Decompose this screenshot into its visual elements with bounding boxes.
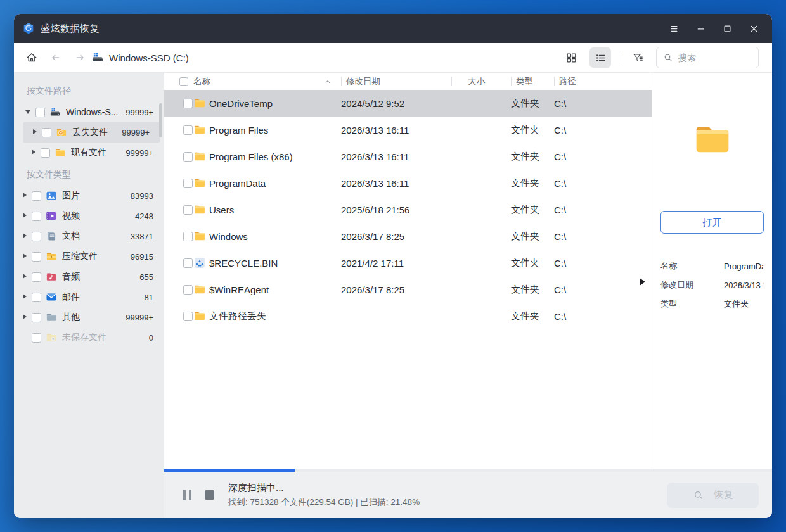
grid-view-button[interactable] [560, 48, 582, 68]
app-title: 盛炫数据恢复 [41, 23, 100, 35]
close-button[interactable] [740, 14, 767, 43]
expand-arrow-icon[interactable] [22, 314, 28, 320]
sidebar-item-windows-ssd[interactable]: Windows-S... 99999+ [14, 102, 164, 122]
row-checkbox[interactable] [183, 285, 193, 294]
expand-arrow-icon[interactable] [22, 213, 28, 219]
list-view-button[interactable] [590, 48, 611, 68]
checkbox[interactable] [42, 128, 51, 137]
search-input[interactable] [678, 53, 752, 63]
expand-arrow-icon[interactable] [22, 193, 28, 199]
sidebar-item-other[interactable]: 其他 99999+ [14, 307, 164, 327]
sidebar-item-mail[interactable]: 邮件 81 [14, 287, 164, 307]
file-row[interactable]: Program Files (x86) 2026/3/13 16:11 文件夹 … [164, 143, 652, 170]
checkbox[interactable] [32, 313, 41, 322]
checkbox[interactable] [32, 272, 41, 282]
file-row[interactable]: $WinREAgent 2026/3/17 8:25 文件夹 C:\ [164, 276, 652, 303]
document-type-icon [46, 231, 57, 242]
expand-arrow-icon[interactable] [22, 294, 28, 300]
folder-icon [193, 230, 206, 243]
column-name[interactable]: 名称 [193, 76, 210, 87]
drive-icon [91, 51, 104, 64]
sort-ascending-icon[interactable] [323, 77, 332, 86]
row-checkbox[interactable] [183, 258, 193, 268]
column-type[interactable]: 类型 [511, 73, 554, 90]
row-checkbox[interactable] [183, 152, 193, 162]
folder-icon [55, 147, 66, 158]
checkbox[interactable] [32, 191, 41, 201]
item-count: 99999+ [126, 313, 157, 322]
sidebar-item-documents[interactable]: 文档 33871 [14, 226, 164, 246]
checkbox[interactable] [32, 232, 41, 241]
checkbox[interactable] [32, 333, 41, 343]
collapse-arrow-icon[interactable] [25, 109, 32, 115]
recover-button[interactable]: 恢复 [667, 483, 759, 508]
checkbox[interactable] [35, 108, 45, 117]
item-count: 96915 [131, 252, 157, 262]
checkbox[interactable] [32, 252, 41, 262]
file-row[interactable]: Windows 2026/3/17 8:25 文件夹 C:\ [164, 223, 652, 250]
pause-button[interactable] [183, 490, 191, 500]
search-box[interactable] [656, 47, 759, 68]
detail-row: 名称 ProgramData [660, 256, 764, 276]
video-type-icon [46, 210, 57, 222]
expand-arrow-icon[interactable] [22, 274, 28, 280]
file-row[interactable]: Program Files 2026/3/13 16:11 文件夹 C:\ [164, 117, 652, 143]
sidebar-item-archives[interactable]: 压缩文件 96915 [14, 246, 164, 267]
sidebar-item-existing-files[interactable]: 现有文件 99999+ [14, 142, 164, 163]
checkbox[interactable] [41, 148, 50, 158]
item-label: 文档 [62, 231, 80, 242]
maximize-button[interactable] [714, 14, 740, 43]
checkbox[interactable] [32, 293, 41, 302]
file-row[interactable]: $RECYCLE.BIN 2021/4/2 17:11 文件夹 C:\ [164, 250, 652, 276]
sidebar: 按文件路径 Windows-S... 99999+ 丢失文件 99999+ 现有… [14, 73, 164, 518]
back-button[interactable] [49, 51, 62, 64]
sidebar-scrollbar[interactable] [159, 103, 162, 137]
menu-button[interactable] [660, 14, 687, 43]
no-arrow [22, 334, 28, 341]
detail-value: ProgramData [724, 262, 764, 271]
row-checkbox[interactable] [183, 232, 193, 241]
panel-collapse-arrow[interactable] [640, 278, 645, 286]
row-checkbox[interactable] [183, 99, 193, 108]
file-row[interactable]: Users 2025/6/18 21:56 文件夹 C:\ [164, 196, 652, 223]
home-button[interactable] [25, 51, 38, 64]
open-button[interactable]: 打开 [660, 211, 764, 234]
expand-arrow-icon[interactable] [30, 149, 37, 156]
expand-arrow-icon[interactable] [22, 233, 28, 239]
item-label: 邮件 [62, 291, 80, 303]
file-row[interactable]: 文件路径丢失 文件夹 C:\ [164, 303, 652, 329]
breadcrumb[interactable]: Windows-SSD (C:) [91, 51, 189, 64]
minimize-button[interactable] [687, 14, 714, 43]
item-count: 83993 [131, 191, 157, 201]
section-by-path: 按文件路径 [14, 82, 164, 102]
row-checkbox[interactable] [183, 205, 193, 215]
sidebar-item-lost-files[interactable]: 丢失文件 99999+ [23, 122, 160, 142]
row-checkbox[interactable] [183, 179, 193, 188]
item-count: 33871 [131, 232, 157, 241]
sidebar-item-unsaved-files: 未保存文件 0 [14, 327, 164, 348]
item-count: 655 [139, 272, 157, 282]
checkbox[interactable] [32, 212, 41, 221]
column-size[interactable]: 大小 [451, 73, 511, 90]
item-label: 视频 [62, 210, 80, 222]
expand-arrow-icon[interactable] [22, 253, 28, 260]
filter-button[interactable] [627, 48, 648, 68]
list-header[interactable]: 名称 修改日期 大小 类型 路径 [164, 73, 652, 90]
file-row[interactable]: OneDriveTemp 2024/5/12 9:52 文件夹 C:\ [164, 90, 652, 117]
sidebar-item-images[interactable]: 图片 83993 [14, 186, 164, 206]
select-all-checkbox[interactable] [179, 77, 188, 86]
column-date[interactable]: 修改日期 [341, 73, 451, 90]
forward-button[interactable] [74, 51, 86, 64]
column-path[interactable]: 路径 [554, 73, 652, 90]
sidebar-item-videos[interactable]: 视频 4248 [14, 206, 164, 226]
breadcrumb-label: Windows-SSD (C:) [109, 53, 189, 63]
file-row[interactable]: ProgramData 2026/3/13 16:11 文件夹 C:\ [164, 170, 652, 196]
stop-button[interactable] [205, 490, 214, 500]
row-checkbox[interactable] [183, 312, 193, 321]
detail-row: 修改日期 2026/3/13 1... [660, 276, 764, 294]
titlebar: 盛炫数据恢复 [14, 14, 772, 43]
sidebar-item-audio[interactable]: 音频 655 [14, 267, 164, 287]
item-label: 其他 [62, 312, 80, 323]
row-checkbox[interactable] [183, 125, 193, 135]
expand-arrow-icon[interactable] [32, 129, 38, 136]
